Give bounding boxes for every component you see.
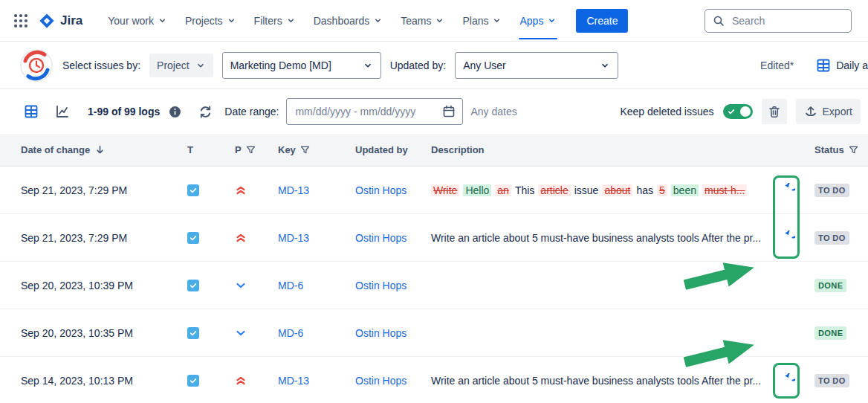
search-input[interactable] xyxy=(731,14,843,28)
status-cell: TO DO xyxy=(804,184,868,197)
project-dropdown[interactable]: Marketing Demo [MD] xyxy=(222,52,381,79)
date-range-input[interactable] xyxy=(294,105,438,118)
nav-label: Teams xyxy=(401,15,431,27)
filter-funnel-icon[interactable] xyxy=(849,145,858,155)
updated-by-cell: Ostin Hops xyxy=(355,327,431,339)
nav-item-your-work[interactable]: Your work xyxy=(100,10,175,32)
type-cell xyxy=(187,280,232,291)
nav-item-projects[interactable]: Projects xyxy=(178,10,244,32)
updated-by-link[interactable]: Ostin Hops xyxy=(355,375,407,387)
logs-info[interactable] xyxy=(169,106,181,118)
chevron-down-icon xyxy=(227,16,236,25)
column-header-priority[interactable]: P xyxy=(232,144,273,155)
status-cell: TO DO xyxy=(804,374,868,387)
restore-cell xyxy=(771,373,804,387)
export-button[interactable]: Export xyxy=(796,99,861,124)
priority-icon xyxy=(235,280,273,291)
diff-token: been xyxy=(671,184,699,196)
export-label: Export xyxy=(823,106,852,117)
filter-funnel-icon[interactable] xyxy=(300,145,310,155)
priority-cell xyxy=(232,280,273,291)
restore-button[interactable] xyxy=(771,230,804,245)
nav-label: Your work xyxy=(108,15,154,27)
restore-button[interactable] xyxy=(771,183,804,197)
chart-view-toggle[interactable] xyxy=(51,100,74,123)
chevron-down-icon xyxy=(286,16,296,25)
diff-token: article xyxy=(538,184,570,196)
updated-by-link[interactable]: Ostin Hops xyxy=(355,327,407,339)
table-row: Sep 20, 2023, 10:39 PM MD-6 Ostin Hops xyxy=(0,262,868,309)
issue-key-link[interactable]: MD-13 xyxy=(278,184,309,196)
date-range-label: Date range: xyxy=(224,106,279,117)
chevron-down-icon xyxy=(158,16,167,25)
column-header-key[interactable]: Key xyxy=(273,144,355,155)
column-header-updated-by[interactable]: Updated by xyxy=(355,144,431,155)
keep-deleted-toggle[interactable] xyxy=(723,104,753,119)
issue-key-link[interactable]: MD-6 xyxy=(278,280,303,291)
key-cell: MD-13 xyxy=(273,375,355,387)
updated-by-dropdown[interactable]: Any User xyxy=(455,52,618,79)
nav-item-filters[interactable]: Filters xyxy=(247,10,303,32)
column-header-date[interactable]: Date of change xyxy=(21,144,187,155)
column-header-description[interactable]: Description xyxy=(431,144,771,155)
select-by-dropdown[interactable]: Project xyxy=(149,54,213,77)
restore-button[interactable] xyxy=(771,373,804,387)
daily-activity-view-button[interactable]: Daily a xyxy=(816,58,868,73)
status-cell: DONE xyxy=(804,279,868,292)
task-type-icon xyxy=(187,232,199,244)
date-of-change: Sep 21, 2023, 7:29 PM xyxy=(21,232,187,244)
top-navigation-bar: Jira Your work Projects Filters Dashboar… xyxy=(0,0,868,42)
jira-logo-icon xyxy=(39,13,55,29)
table-view-icon xyxy=(816,58,831,73)
updated-by-cell: Ostin Hops xyxy=(355,232,431,244)
updated-by-cell: Ostin Hops xyxy=(355,375,431,387)
status-badge: TO DO xyxy=(814,374,849,387)
issue-key-link[interactable]: MD-13 xyxy=(278,232,309,244)
app-switcher-button[interactable] xyxy=(9,9,33,33)
nav-item-dashboards[interactable]: Dashboards xyxy=(306,10,391,32)
diff-token: an xyxy=(495,184,511,196)
priority-icon xyxy=(235,232,273,244)
restore-cell xyxy=(771,326,804,340)
nav-item-plans[interactable]: Plans xyxy=(455,10,509,32)
nav-item-apps[interactable]: Apps xyxy=(512,10,564,32)
key-cell: MD-6 xyxy=(273,327,355,339)
search-icon xyxy=(713,15,725,27)
filter-funnel-icon[interactable] xyxy=(246,145,256,155)
updated-by-link[interactable]: Ostin Hops xyxy=(355,232,407,244)
refresh-button[interactable] xyxy=(193,100,217,123)
diff-token: Hello xyxy=(463,184,491,196)
updated-by-link[interactable]: Ostin Hops xyxy=(355,184,407,196)
status-badge: TO DO xyxy=(814,184,849,197)
table-row: Sep 20, 2023, 10:35 PM MD-6 Ostin Hops xyxy=(0,309,868,357)
calendar-icon[interactable] xyxy=(442,105,456,118)
trash-icon xyxy=(768,105,781,118)
column-header-type[interactable]: T xyxy=(187,144,232,155)
table-header: Date of change T P Key Updated by Descri… xyxy=(0,134,868,167)
type-cell xyxy=(187,375,232,387)
nav-item-teams[interactable]: Teams xyxy=(393,10,452,32)
sort-descending-icon xyxy=(94,144,106,155)
restore-icon xyxy=(781,373,795,387)
issue-key-link[interactable]: MD-6 xyxy=(278,327,303,339)
updated-by-dropdown-value: Any User xyxy=(463,59,506,71)
table-view-toggle[interactable] xyxy=(19,100,43,123)
delete-logs-button[interactable] xyxy=(762,99,787,124)
create-button[interactable]: Create xyxy=(576,9,628,33)
toggle-knob xyxy=(740,106,751,117)
date-of-change: Sep 14, 2023, 10:13 PM xyxy=(21,375,187,387)
diff-token: issue xyxy=(574,184,599,196)
updated-by-label: Updated by: xyxy=(390,59,447,71)
issue-key-link[interactable]: MD-13 xyxy=(278,375,309,387)
jira-logo[interactable]: Jira xyxy=(39,13,82,29)
updated-by-cell: Ostin Hops xyxy=(355,280,431,291)
updated-by-link[interactable]: Ostin Hops xyxy=(355,280,407,291)
column-header-status[interactable]: Status xyxy=(804,144,868,155)
nav-label: Apps xyxy=(519,15,543,27)
select-issues-by-label: Select issues by: xyxy=(62,59,140,71)
diff-token: 5 xyxy=(657,184,667,196)
date-of-change: Sep 20, 2023, 10:35 PM xyxy=(21,327,187,339)
chevron-down-icon xyxy=(600,60,610,71)
issue-history-app-logo xyxy=(19,48,54,83)
diff-token: Write xyxy=(431,184,459,196)
